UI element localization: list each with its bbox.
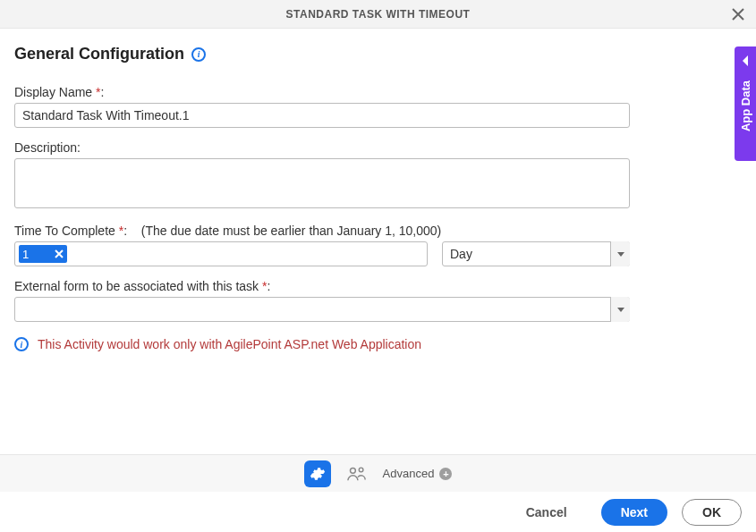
chevron-down-icon[interactable] [610, 241, 630, 266]
warning-row: i This Activity would work only with Agi… [14, 337, 742, 351]
app-data-label: App Data [739, 80, 752, 131]
app-data-tab[interactable]: App Data [735, 46, 756, 161]
required-mark: * [262, 279, 267, 293]
advanced-toggle[interactable]: Advanced + [383, 467, 453, 480]
ttc-unit-value: Day [442, 241, 630, 266]
section-title-text: General Configuration [14, 45, 184, 63]
dialog-footer: Cancel Next OK [0, 492, 756, 532]
ttc-token: 1 [19, 245, 67, 263]
external-form-select[interactable] [14, 297, 630, 322]
chevron-left-icon [741, 55, 750, 66]
dialog-title: STANDARD TASK WITH TIMEOUT [286, 8, 471, 21]
external-form-label: External form to be associated with this… [14, 279, 742, 293]
gear-icon [310, 466, 326, 482]
chevron-down-icon[interactable] [610, 297, 630, 322]
field-time-to-complete: Time To Complete *: (The due date must b… [14, 224, 742, 266]
display-name-label-text: Display Name [14, 85, 92, 99]
ttc-label: Time To Complete *: (The due date must b… [14, 224, 742, 238]
description-input[interactable] [14, 158, 630, 208]
field-description: Description: [14, 140, 742, 211]
external-form-label-text: External form to be associated with this… [14, 279, 259, 293]
info-icon: i [14, 337, 29, 351]
ttc-label-text: Time To Complete [14, 224, 115, 238]
participants-button[interactable] [344, 460, 370, 487]
svg-point-0 [350, 468, 355, 473]
next-button[interactable]: Next [601, 499, 667, 526]
ttc-row: 1 Day [14, 241, 742, 266]
ttc-number-input[interactable]: 1 [14, 241, 428, 266]
field-display-name: Display Name *: [14, 85, 742, 128]
section-title: General Configuration i [14, 45, 206, 63]
gear-button[interactable] [304, 460, 331, 487]
display-name-input[interactable] [14, 103, 630, 128]
ok-button[interactable]: OK [682, 499, 742, 526]
field-external-form: External form to be associated with this… [14, 279, 742, 325]
warning-text: This Activity would work only with Agile… [38, 337, 421, 351]
clear-icon[interactable] [53, 248, 65, 260]
plus-icon: + [439, 468, 452, 480]
advanced-label: Advanced [383, 467, 435, 480]
required-mark: * [119, 224, 123, 238]
participants-icon [347, 465, 367, 483]
svg-point-1 [359, 468, 363, 472]
close-icon[interactable] [729, 5, 747, 23]
display-name-label: Display Name *: [14, 85, 742, 99]
ttc-hint: (The due date must be earlier than Janua… [141, 224, 441, 238]
cancel-button[interactable]: Cancel [506, 499, 587, 526]
dialog-header: STANDARD TASK WITH TIMEOUT [0, 0, 756, 29]
required-mark: * [96, 85, 100, 99]
bottom-toolbar: Advanced + [0, 454, 756, 492]
ttc-value: 1 [22, 248, 47, 261]
info-icon[interactable]: i [191, 47, 206, 62]
description-label: Description: [14, 140, 742, 155]
dialog-content: General Configuration i Display Name *: … [0, 29, 756, 454]
external-form-value [14, 297, 630, 322]
ttc-unit-select[interactable]: Day [442, 241, 630, 266]
